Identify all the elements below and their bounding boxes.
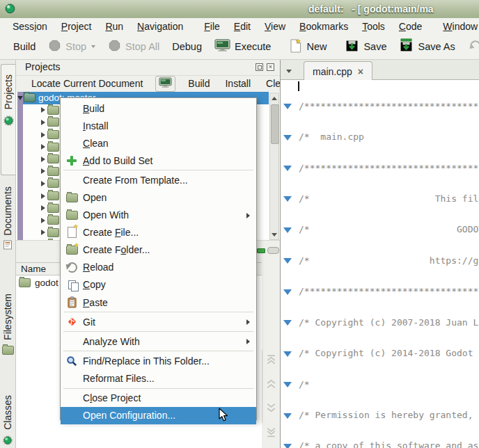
menu-session[interactable]: Session	[6, 21, 54, 32]
main-toolbar: Build Stop Stop All Debug	[0, 34, 479, 60]
context-menu-create-file[interactable]: Create File...	[61, 224, 256, 241]
expand-arrow-icon[interactable]	[41, 193, 45, 199]
expand-arrow-icon[interactable]	[41, 144, 45, 150]
code-view[interactable]: /***************************************…	[281, 80, 479, 448]
context-menu-create-folder[interactable]: Create Folder...	[61, 241, 256, 259]
context-menu-add-to-build-set[interactable]: Add to Build Set	[61, 152, 256, 169]
stop-button[interactable]: Stop	[42, 36, 102, 57]
float-panel-icon[interactable]	[256, 63, 263, 71]
sidebar-tab-documents[interactable]: Documents	[0, 184, 15, 273]
collapse-arrow-icon[interactable]	[17, 96, 23, 100]
menu-file[interactable]: File	[197, 21, 227, 32]
tree-scrollbar[interactable]	[269, 93, 279, 240]
folder-icon	[47, 143, 59, 152]
sidebar-tab-projects[interactable]: Projects	[1, 64, 15, 175]
expand-arrow-icon[interactable]	[41, 181, 45, 186]
menu-bar: Session Project Run Navigation File Edit…	[0, 18, 479, 34]
expand-arrow-icon[interactable]	[41, 157, 45, 162]
save-button[interactable]: Save	[338, 36, 393, 57]
sidebar-tab-classes[interactable]: Classes	[0, 392, 15, 448]
execute-button[interactable]: Execute	[208, 36, 277, 57]
folder-icon	[47, 228, 59, 237]
toolview-tabstrip: Projects Documents Filesyst	[0, 60, 15, 448]
scrollbar-down-arrow[interactable]	[270, 230, 278, 239]
code-line: /* Permission is hereby granted, free of…	[281, 410, 479, 421]
folder-icon	[19, 278, 31, 287]
expand-arrow-icon[interactable]	[41, 218, 45, 223]
context-menu-close-project[interactable]: Close Project	[61, 390, 256, 407]
close-panel-icon[interactable]: ×	[267, 63, 274, 71]
copy-icon	[68, 280, 76, 289]
scrollbar-up-arrow[interactable]	[270, 93, 278, 103]
project-context-menu: Build Install Clean Add to Build Set Cre…	[60, 97, 257, 420]
splitter-collapse-button[interactable]	[257, 248, 265, 253]
context-menu-clean[interactable]: Clean	[61, 134, 256, 152]
menu-separator	[63, 170, 253, 170]
scroll-bottom-icon[interactable]	[265, 427, 277, 440]
context-menu-build[interactable]: Build	[61, 99, 256, 117]
panel-build-button[interactable]: Build	[181, 78, 217, 89]
plus-icon	[67, 156, 77, 166]
context-menu-analyze-with[interactable]: Analyze With	[61, 333, 256, 350]
scroll-up-icon[interactable]	[265, 378, 277, 392]
expand-arrow-icon[interactable]	[41, 107, 45, 113]
context-menu-paste[interactable]: Paste	[61, 294, 256, 311]
splitter-grip[interactable]	[267, 247, 279, 254]
stop-dropdown-caret[interactable]	[91, 45, 95, 48]
menu-navigation[interactable]: Navigation	[130, 21, 190, 32]
scroll-down-icon[interactable]	[265, 403, 277, 416]
code-line: /* This file is part of: */	[281, 194, 479, 205]
menu-bookmarks[interactable]: Bookmarks	[292, 21, 355, 32]
locate-current-document-button[interactable]: Locate Current Document	[24, 78, 150, 89]
debug-button[interactable]: Debug	[166, 36, 208, 57]
context-menu-copy[interactable]: Copy	[61, 276, 256, 294]
context-menu-create-from-template[interactable]: Create From Template...	[61, 171, 256, 189]
stop-all-button[interactable]: Stop All	[102, 36, 166, 57]
menu-code[interactable]: Code	[392, 21, 429, 32]
menu-edit[interactable]: Edit	[227, 21, 258, 32]
paste-icon	[65, 296, 79, 308]
window-title: default: - [ godot:main/ma	[308, 0, 434, 18]
build-button[interactable]: Build	[7, 36, 42, 57]
code-line: /* GODOT ENGINE */	[281, 225, 479, 235]
folder-icon	[47, 167, 59, 176]
menu-project[interactable]: Project	[54, 21, 99, 32]
context-menu-install[interactable]: Install	[61, 117, 256, 134]
context-menu-reformat-files[interactable]: Reformat Files...	[61, 369, 256, 387]
menu-run[interactable]: Run	[98, 21, 130, 32]
execute-target-button[interactable]	[155, 76, 175, 92]
menu-tools[interactable]: Tools	[355, 21, 392, 32]
menu-view[interactable]: View	[258, 21, 292, 32]
scrollbar-thumb[interactable]	[271, 104, 279, 144]
panel-install-button[interactable]: Install	[218, 78, 258, 89]
expand-arrow-icon[interactable]	[41, 120, 45, 125]
submenu-arrow-icon	[246, 213, 250, 218]
code-line: /***************************************…	[281, 287, 479, 297]
projects-panel-title: Projects	[25, 61, 61, 72]
tab-main-cpp[interactable]: main.cpp ×	[304, 61, 372, 81]
expand-arrow-icon[interactable]	[41, 132, 45, 138]
expand-arrow-icon[interactable]	[41, 168, 45, 174]
expand-arrow-icon[interactable]	[41, 205, 45, 211]
code-line: /* Copyright (c) 2014-2018 Godot Engine …	[281, 349, 479, 359]
projects-panel-titlebar: Projects ×	[16, 60, 280, 76]
context-menu-git[interactable]: Git	[61, 313, 256, 330]
menu-window[interactable]: Window	[436, 21, 479, 32]
context-menu-open[interactable]: Open	[61, 189, 256, 206]
context-menu-open-with[interactable]: Open With	[61, 207, 256, 224]
expand-arrow-icon[interactable]	[41, 230, 45, 235]
mouse-cursor	[218, 408, 228, 425]
context-menu-reload[interactable]: Reload	[61, 259, 256, 276]
title-bar[interactable]: default: - [ godot:main/ma	[0, 0, 479, 19]
close-tab-icon[interactable]: ×	[358, 66, 363, 77]
monitor-icon	[159, 77, 172, 90]
code-line: /* https://godotengine.org */	[281, 256, 479, 266]
undo-button[interactable]: Undo	[462, 36, 479, 57]
scroll-top-icon[interactable]	[265, 354, 277, 367]
code-line: /* main.cpp */	[281, 132, 479, 143]
tab-list-dropdown-icon[interactable]	[286, 70, 292, 73]
new-button[interactable]: New	[283, 36, 333, 57]
sidebar-tab-filesystem[interactable]: Filesystem	[0, 291, 15, 387]
context-menu-find-replace[interactable]: Find/Replace in This Folder...	[61, 352, 256, 369]
save-as-button[interactable]: Save As	[393, 36, 461, 57]
